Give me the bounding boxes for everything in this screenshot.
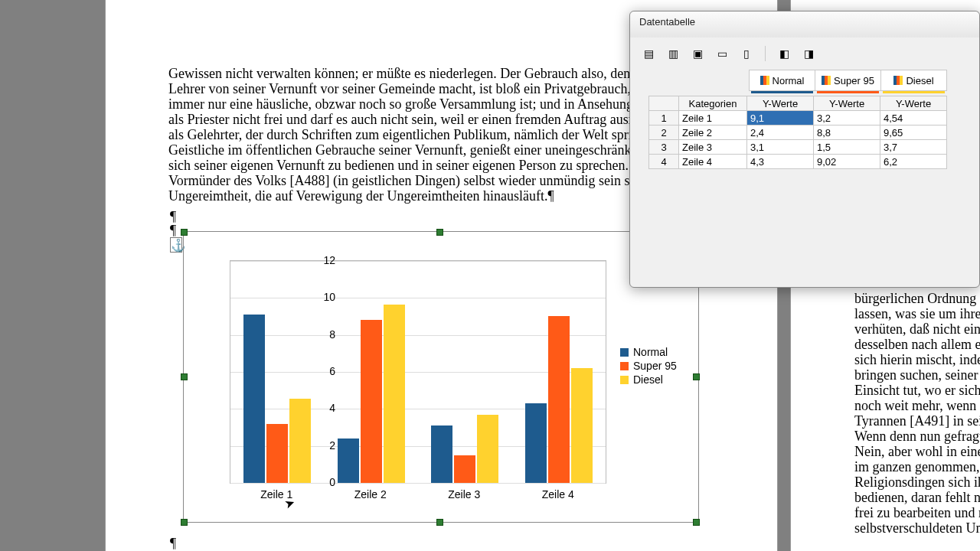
toolbar-separator — [765, 46, 766, 61]
column-header[interactable]: Y-Werte — [747, 96, 814, 111]
paragraph-1: Gewissen nicht verwalten können; er müßt… — [168, 66, 704, 204]
pilcrow-mark: ¶ — [170, 223, 176, 239]
series-header-label: Super 95 — [834, 75, 874, 86]
series-header-label: Normal — [773, 75, 805, 86]
value-cell[interactable]: 3,1 — [747, 140, 814, 155]
y-axis-tick: 10 — [315, 291, 335, 303]
mini-chart-icon — [893, 76, 903, 85]
insert-col-icon[interactable]: ▥ — [665, 46, 681, 61]
paragraph-right-page: bürgerlichen Ordnung z lassen, was sie u… — [854, 291, 980, 536]
bar-Super95-Zeile2[interactable] — [361, 320, 382, 483]
column-header[interactable]: Y-Werte — [880, 96, 947, 111]
x-axis-tick: Zeile 3 — [417, 488, 511, 500]
value-cell[interactable]: 9,1 — [747, 111, 814, 126]
swap-rows-icon[interactable]: ◨ — [801, 46, 816, 61]
value-cell[interactable]: 6,2 — [880, 155, 947, 169]
bar-Normal-Zeile4[interactable] — [525, 403, 547, 483]
series-header-row: NormalSuper 95Diesel — [630, 70, 979, 91]
category-cell[interactable]: Zeile 4 — [679, 155, 747, 169]
y-axis-tick: 2 — [315, 439, 335, 452]
swap-cols-icon[interactable]: ◧ — [776, 46, 792, 61]
resize-handle-se[interactable] — [693, 519, 700, 526]
bar-Diesel-Zeile2[interactable] — [384, 305, 405, 483]
resize-handle-sw[interactable] — [181, 519, 188, 526]
chart-legend[interactable]: NormalSuper 95Diesel — [620, 344, 677, 387]
bar-Normal-Zeile3[interactable] — [431, 425, 452, 483]
y-axis-tick: 12 — [315, 254, 335, 266]
legend-label: Normal — [633, 346, 668, 358]
anchor-icon: ⚓ — [170, 237, 182, 253]
bar-Normal-Zeile2[interactable] — [338, 439, 359, 483]
row-header[interactable]: 2 — [649, 126, 679, 140]
series-header[interactable]: Diesel — [881, 70, 947, 91]
y-axis-tick: 6 — [315, 365, 335, 377]
category-cell[interactable]: Zeile 2 — [679, 126, 747, 140]
bar-Super95-Zeile1[interactable] — [266, 424, 288, 483]
y-axis-tick: 4 — [315, 402, 335, 414]
resize-handle-e[interactable] — [693, 373, 700, 380]
y-axis-tick: 0 — [315, 476, 335, 488]
mini-chart-icon — [822, 76, 831, 85]
data-grid[interactable]: KategorienY-WerteY-WerteY-Werte1Zeile 19… — [648, 96, 947, 169]
series-header[interactable]: Super 95 — [815, 70, 881, 91]
mini-chart-icon — [760, 76, 769, 85]
value-cell[interactable]: 3,2 — [814, 111, 880, 126]
legend-item[interactable]: Normal — [620, 346, 677, 358]
column-header[interactable]: Kategorien — [679, 96, 747, 111]
bar-Super95-Zeile3[interactable] — [454, 455, 475, 483]
resize-handle-w[interactable] — [181, 373, 188, 380]
value-cell[interactable]: 3,7 — [880, 140, 947, 155]
value-cell[interactable]: 9,65 — [880, 126, 947, 140]
dialog-titlebar[interactable]: Datentabelle — [630, 11, 979, 37]
legend-item[interactable]: Diesel — [620, 373, 677, 386]
data-table-dialog[interactable]: Datentabelle ▤ ▥ ▣ ▭ ▯ ◧ ◨ NormalSuper 9… — [629, 11, 980, 288]
resize-handle-nw[interactable] — [181, 229, 188, 236]
legend-swatch-icon — [620, 376, 629, 384]
row-header[interactable]: 4 — [649, 155, 679, 169]
insert-row-icon[interactable]: ▤ — [641, 46, 656, 61]
column-header[interactable]: Y-Werte — [814, 96, 880, 111]
value-cell[interactable]: 8,8 — [814, 126, 880, 140]
value-cell[interactable]: 9,02 — [814, 155, 880, 169]
series-header-label: Diesel — [906, 75, 933, 86]
delete-col-icon[interactable]: ▯ — [739, 46, 754, 61]
bar-Diesel-Zeile3[interactable] — [477, 415, 498, 483]
series-header[interactable]: Normal — [749, 70, 815, 91]
value-cell[interactable]: 4,54 — [880, 111, 947, 126]
legend-label: Diesel — [633, 373, 663, 386]
bar-Diesel-Zeile4[interactable] — [571, 368, 593, 483]
resize-handle-n[interactable] — [436, 229, 443, 236]
row-header[interactable]: 3 — [649, 140, 679, 155]
insert-text-col-icon[interactable]: ▣ — [690, 46, 705, 61]
legend-swatch-icon — [620, 348, 629, 357]
value-cell[interactable]: 4,3 — [747, 155, 814, 169]
value-cell[interactable]: 1,5 — [814, 140, 880, 155]
resize-handle-s[interactable] — [436, 519, 443, 526]
legend-swatch-icon — [620, 362, 629, 370]
chart-plot-area[interactable] — [230, 260, 606, 484]
bar-Super95-Zeile4[interactable] — [548, 316, 570, 483]
delete-row-icon[interactable]: ▭ — [714, 46, 730, 61]
x-axis-tick: Zeile 1 — [230, 488, 324, 500]
y-axis-tick: 8 — [315, 328, 335, 341]
category-cell[interactable]: Zeile 3 — [679, 140, 747, 155]
value-cell[interactable]: 2,4 — [747, 126, 814, 140]
chart[interactable]: NormalSuper 95Diesel 024681012Zeile 1Zei… — [199, 245, 689, 513]
row-header[interactable]: 1 — [649, 111, 679, 126]
dialog-title: Datentabelle — [639, 16, 695, 28]
x-axis-tick: Zeile 4 — [511, 488, 606, 500]
bar-Diesel-Zeile1[interactable] — [289, 399, 311, 483]
workspace: Gewissen nicht verwalten können; er müßt… — [0, 0, 980, 551]
legend-label: Super 95 — [633, 360, 677, 372]
bar-Normal-Zeile1[interactable] — [243, 315, 265, 483]
x-axis-tick: Zeile 2 — [324, 488, 418, 500]
legend-item[interactable]: Super 95 — [620, 360, 677, 372]
category-cell[interactable]: Zeile 1 — [679, 111, 747, 126]
dialog-toolbar: ▤ ▥ ▣ ▭ ▯ ◧ ◨ — [630, 37, 979, 70]
pilcrow-mark: ¶ — [170, 536, 176, 551]
